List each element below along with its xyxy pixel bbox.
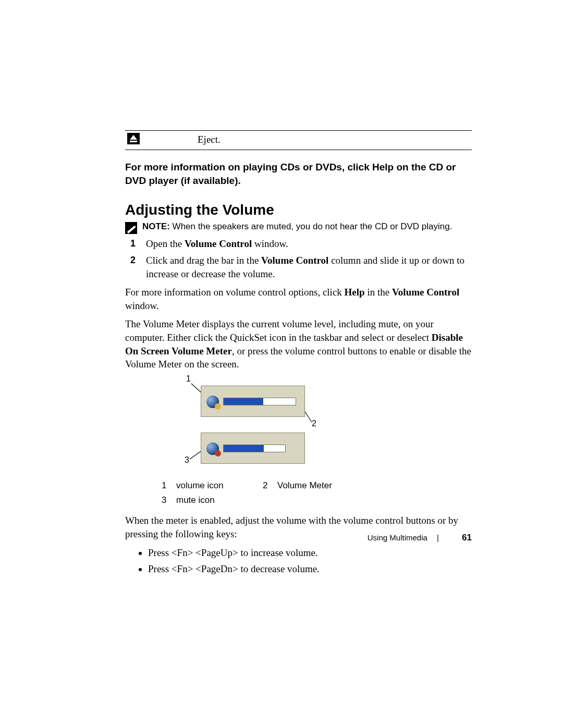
eject-row: Eject. bbox=[125, 130, 472, 150]
step-1: Open the Volume Control window. bbox=[146, 237, 472, 251]
section-heading: Adjusting the Volume bbox=[125, 202, 472, 218]
volume-meter-panel bbox=[201, 386, 305, 417]
legend-text-2: Volume Meter bbox=[277, 480, 361, 491]
legend-num-2: 2 bbox=[263, 480, 274, 491]
volume-meter-bar bbox=[223, 398, 296, 405]
legend-text-1: volume icon bbox=[176, 480, 260, 491]
steps-list: Open the Volume Control window. Click an… bbox=[125, 237, 472, 280]
key-list: Press <Fn> <PageUp> to increase volume. … bbox=[125, 546, 472, 576]
eject-icon-cell bbox=[125, 133, 198, 146]
figure-legend: 1 volume icon 2 Volume Meter 3 mute icon bbox=[162, 480, 472, 505]
note-prefix: NOTE: bbox=[142, 221, 170, 231]
note-text: NOTE: When the speakers are muted, you d… bbox=[142, 221, 452, 232]
cd-dvd-more-info: For more information on playing CDs or D… bbox=[125, 161, 472, 187]
mute-icon bbox=[206, 442, 219, 455]
note-body: When the speakers are muted, you do not … bbox=[170, 221, 452, 231]
manual-page: Eject. For more information on playing C… bbox=[0, 0, 563, 728]
bullet-decrease: Press <Fn> <PageDn> to decrease volume. bbox=[148, 562, 472, 577]
callout-label-2: 2 bbox=[312, 419, 316, 428]
eject-label: Eject. bbox=[198, 134, 221, 145]
callout-label-1: 1 bbox=[186, 374, 191, 384]
footer-section: Using Multimedia bbox=[368, 533, 427, 542]
page-footer: Using Multimedia | 61 bbox=[368, 533, 472, 543]
legend-num-3: 3 bbox=[162, 495, 173, 505]
paragraph-moreinfo: For more information on volume control o… bbox=[125, 286, 472, 312]
mute-meter-panel bbox=[201, 433, 305, 464]
note-icon bbox=[125, 222, 137, 234]
legend-num-1: 1 bbox=[162, 480, 173, 491]
volume-icon bbox=[206, 396, 219, 408]
step-2: Click and drag the bar in the Volume Con… bbox=[146, 254, 472, 280]
paragraph-meter: The Volume Meter displays the current vo… bbox=[125, 317, 472, 371]
svg-line-1 bbox=[305, 412, 312, 422]
footer-page-number: 61 bbox=[462, 533, 472, 542]
footer-separator: | bbox=[437, 533, 439, 542]
bullet-increase: Press <Fn> <PageUp> to increase volume. bbox=[148, 546, 472, 561]
eject-icon bbox=[127, 133, 140, 144]
legend-text-3: mute icon bbox=[176, 495, 260, 505]
note-block: NOTE: When the speakers are muted, you d… bbox=[125, 221, 472, 234]
callout-label-3: 3 bbox=[185, 455, 189, 465]
mute-meter-bar bbox=[223, 445, 286, 452]
volume-meter-figure: 1 2 3 bbox=[125, 376, 472, 475]
